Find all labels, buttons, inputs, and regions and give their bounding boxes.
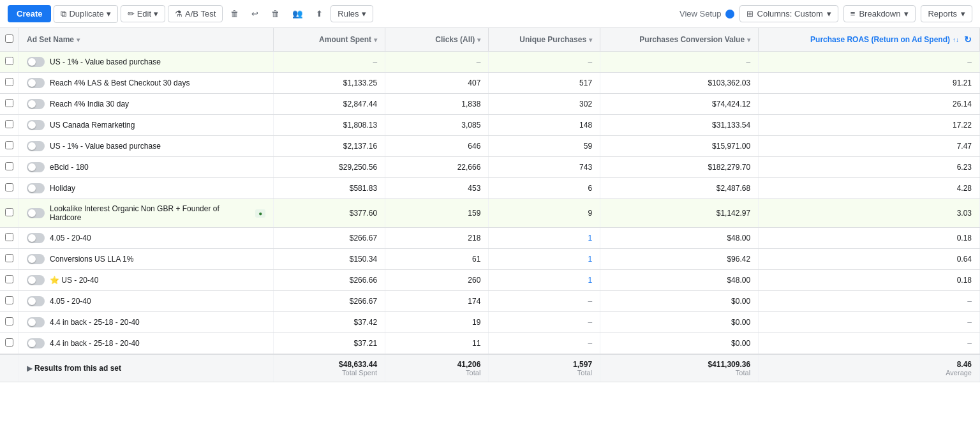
row-checkbox[interactable] (5, 317, 13, 325)
unique-purchases-cell: 148 (489, 115, 600, 136)
row-checkbox[interactable] (5, 57, 13, 65)
row-checkbox-cell (0, 73, 19, 94)
row-checkbox-cell (0, 115, 19, 136)
roas-cell: – (759, 312, 980, 333)
ad-set-name-link[interactable]: Reach 4% India 30 day (50, 100, 129, 108)
amount-spent-header[interactable]: Amount Spent ▾ (274, 28, 385, 52)
ad-set-name-link[interactable]: US Canada Remarketing (50, 121, 135, 130)
ad-set-name-link[interactable]: Lookalike Interest Organic Non GBR + Fou… (50, 204, 248, 222)
clicks-cell: 159 (385, 199, 489, 228)
row-toggle[interactable] (27, 254, 45, 264)
row-toggle[interactable] (27, 57, 45, 67)
ad-set-name-link[interactable]: Reach 4% LAS & Best Checkout 30 days (50, 78, 189, 87)
roas-cell: 7.47 (759, 136, 980, 157)
ad-set-name-link[interactable]: eBcid - 180 (50, 163, 89, 172)
view-setup[interactable]: View Setup (679, 9, 734, 19)
ad-set-name-label: Ad Set Name (27, 35, 74, 44)
amount-spent-cell: $1,808.13 (274, 115, 385, 136)
delete-button[interactable]: 🗑 (225, 6, 244, 22)
total-amount-sub: Total Spent (281, 369, 377, 377)
roas-cell: 4.28 (759, 178, 980, 199)
row-toggle[interactable] (27, 183, 45, 193)
edit-icon: ✏ (128, 9, 135, 19)
select-all-checkbox[interactable] (5, 34, 13, 43)
reports-button[interactable]: Reports ▾ (921, 5, 972, 22)
people-button[interactable]: 👥 (287, 6, 308, 22)
roas-cell: 17.22 (759, 115, 980, 136)
ad-set-name-link[interactable]: 4.4 in back - 25-18 - 20-40 (50, 318, 140, 327)
ad-set-name-link[interactable]: US - 1% - Value based purchase (50, 57, 161, 66)
roas-cell: – (759, 52, 980, 73)
amount-spent-cell: $377.60 (274, 199, 385, 228)
table-container: Ad Set Name ▾ Amount Spent ▾ Clicks (All… (0, 28, 980, 441)
row-toggle[interactable] (27, 162, 45, 172)
pcv-cell: $103,362.03 (600, 73, 759, 94)
table-row: Lookalike Interest Organic Non GBR + Fou… (0, 199, 980, 228)
ad-set-name-link[interactable]: ⭐ US - 20-40 (50, 276, 98, 285)
row-toggle[interactable] (27, 78, 45, 88)
total-clicks-sub: Total (393, 369, 480, 377)
row-checkbox[interactable] (5, 254, 13, 262)
total-roas-cell: 8.46Average (759, 354, 980, 382)
columns-button[interactable]: ⊞ Columns: Custom ▾ (739, 5, 838, 22)
row-checkbox-cell (0, 333, 19, 355)
roas-cell: 0.64 (759, 249, 980, 270)
unique-purchases-header[interactable]: Unique Purchases ▾ (489, 28, 600, 52)
row-checkbox[interactable] (5, 296, 13, 304)
ad-set-name-link[interactable]: Holiday (50, 184, 75, 193)
trash-button[interactable]: 🗑 (266, 6, 285, 22)
unique-purchases-cell: 59 (489, 136, 600, 157)
row-checkbox[interactable] (5, 183, 13, 191)
duplicate-button[interactable]: ⧉ Duplicate ▾ (54, 5, 117, 23)
delete-icon: 🗑 (230, 9, 239, 19)
select-all-header[interactable] (0, 28, 19, 52)
clicks-cell: – (385, 52, 489, 73)
row-toggle[interactable] (27, 296, 45, 306)
table-row: 4.05 - 20-40$266.67174–$0.00– (0, 291, 980, 312)
ad-set-name-cell: 4.05 - 20-40 (19, 291, 274, 312)
share-button[interactable]: ⬆ (311, 6, 328, 22)
ad-set-name-link[interactable]: 4.05 - 20-40 (50, 234, 91, 243)
clicks-header[interactable]: Clicks (All) ▾ (385, 28, 489, 52)
ab-test-button[interactable]: ⚗ A/B Test (168, 5, 223, 22)
row-toggle[interactable] (27, 275, 45, 285)
row-toggle[interactable] (27, 233, 45, 243)
row-checkbox[interactable] (5, 233, 13, 241)
breakdown-button[interactable]: ≡ Breakdown ▾ (843, 5, 916, 22)
row-toggle[interactable] (27, 338, 45, 348)
row-toggle[interactable] (27, 99, 45, 109)
row-checkbox[interactable] (5, 141, 13, 149)
roas-header[interactable]: Purchase ROAS (Return on Ad Spend) ↑↓ ↻ (759, 28, 980, 52)
row-checkbox[interactable] (5, 162, 13, 170)
row-checkbox-cell (0, 249, 19, 270)
refresh-icon[interactable]: ↻ (964, 34, 972, 45)
pcv-header[interactable]: Purchases Conversion Value ▾ (600, 28, 759, 52)
row-toggle[interactable] (27, 208, 45, 218)
edit-button[interactable]: ✏ Edit ▾ (121, 5, 165, 22)
ad-set-name-link[interactable]: 4.05 - 20-40 (50, 297, 91, 306)
ad-set-name-link[interactable]: US - 1% - Value based purchase (50, 142, 161, 151)
ad-set-name-link[interactable]: 4.4 in back - 25-18 - 20-40 (50, 339, 140, 348)
table-row: US Canada Remarketing$1,808.133,085148$3… (0, 115, 980, 136)
row-checkbox[interactable] (5, 275, 13, 283)
row-toggle[interactable] (27, 141, 45, 151)
ad-set-name-link[interactable]: Conversions US LLA 1% (50, 255, 133, 264)
row-checkbox[interactable] (5, 338, 13, 347)
row-checkbox[interactable] (5, 78, 13, 86)
amount-spent-label: Amount Spent (319, 35, 371, 44)
ad-set-name-header[interactable]: Ad Set Name ▾ (19, 28, 274, 52)
edit-label: Edit (137, 9, 151, 19)
create-button[interactable]: Create (8, 5, 51, 22)
pcv-cell: – (600, 52, 759, 73)
row-checkbox-cell (0, 291, 19, 312)
row-checkbox[interactable] (5, 208, 13, 216)
undo-button[interactable]: ↩ (246, 6, 264, 22)
amount-spent-cell: $266.67 (274, 228, 385, 249)
row-toggle[interactable] (27, 317, 45, 327)
duplicate-chevron-icon: ▾ (107, 9, 111, 19)
rules-button[interactable]: Rules ▾ (330, 5, 373, 22)
row-toggle[interactable] (27, 120, 45, 130)
row-checkbox[interactable] (5, 99, 13, 107)
ad-set-name-cell: ⭐ US - 20-40 (19, 270, 274, 291)
row-checkbox[interactable] (5, 120, 13, 128)
